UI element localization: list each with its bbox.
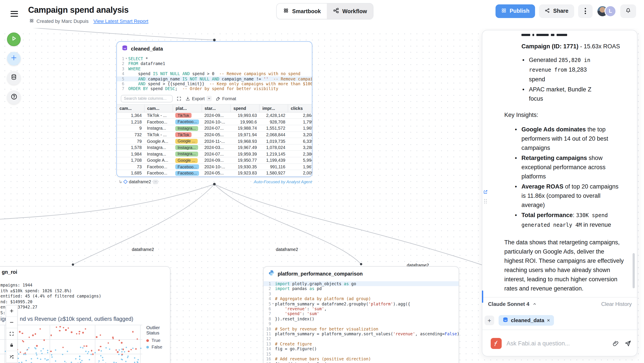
sql-editor[interactable]: 1▾SELECT *2FROM dataframe13WHERE4 spend … — [117, 55, 312, 93]
panel-scrollbar[interactable] — [632, 253, 635, 288]
column-header[interactable]: cam... — [117, 104, 144, 112]
run-workflow-button[interactable] — [7, 33, 21, 46]
message-anchor-icon[interactable] — [483, 188, 488, 196]
table-row[interactable]: 1,364TikTok - ...TikTok2024-09...19,993.… — [117, 112, 312, 119]
stdout-line: nd: $14995.20 — [0, 299, 101, 304]
model-selector[interactable]: Claude Sonnet 4 — [488, 301, 537, 307]
list-item: APAC market, Bundle Z focus — [522, 85, 604, 103]
table-cell: 2024-07... — [202, 151, 231, 157]
share-button[interactable]: Share — [539, 4, 574, 18]
avatar-letter[interactable]: L — [604, 5, 616, 17]
scatter-point — [94, 352, 96, 353]
table-cell: 2024-10-... — [202, 163, 231, 170]
remove-context-icon[interactable]: × — [547, 317, 550, 323]
expand-table-button[interactable] — [176, 96, 182, 101]
table-cell: 732 — [117, 131, 144, 138]
table-cell: Instagra... — [173, 125, 202, 131]
column-header[interactable]: spend — [231, 104, 260, 112]
lock-button[interactable] — [6, 340, 17, 351]
table-row[interactable]: 1,578Instagra...Instagra...2024-03...19,… — [117, 144, 312, 151]
shuffle-layout-button[interactable] — [6, 351, 17, 362]
code-line: 8}).reset_index() — [264, 316, 458, 321]
send-button[interactable] — [624, 340, 632, 347]
publish-button[interactable]: Publish — [496, 4, 535, 18]
drag-handle[interactable] — [484, 199, 488, 204]
table-row[interactable]: 79Google A...Google ...2024-11-...19,968… — [117, 138, 312, 144]
search-table-columns-input[interactable] — [121, 95, 173, 102]
column-header[interactable]: plat... — [173, 104, 202, 112]
clear-history-button[interactable]: Clear History — [601, 301, 632, 307]
fit-view-button[interactable] — [6, 328, 17, 340]
format-button[interactable]: Format — [216, 96, 236, 101]
context-chip-cleaned-data[interactable]: sql cleaned_data × — [498, 315, 554, 325]
collaborator-avatars[interactable]: L — [596, 5, 616, 17]
output-dataframe-chip[interactable]: ↳ dataframe2 — [118, 179, 158, 184]
tab-workflow[interactable]: Workflow — [327, 4, 373, 19]
column-header[interactable]: impr... — [260, 104, 288, 112]
platform-badge: Instagra... — [176, 126, 198, 131]
scatter-point — [80, 347, 81, 348]
scatter-point — [82, 347, 84, 348]
scatter-point — [102, 360, 104, 361]
zoom-out-button[interactable] — [6, 317, 17, 328]
scatter-point — [87, 353, 88, 354]
more-options-button[interactable] — [578, 4, 592, 18]
legend-item[interactable]: False — [146, 344, 170, 349]
scatter-point — [132, 348, 134, 349]
data-sources-button[interactable] — [7, 71, 21, 85]
ask-fabi-input[interactable] — [506, 340, 608, 347]
python-node-icon — [268, 270, 274, 278]
zoom-in-button[interactable] — [6, 305, 17, 317]
table-row[interactable]: 1,984Instagra...Instagra...2024-07...19,… — [117, 151, 312, 157]
table-row[interactable]: 9Instagra...Instagra...2024-07...19,988.… — [117, 125, 312, 131]
canvas-zoom-controls[interactable] — [6, 305, 18, 363]
python-editor[interactable]: 1import plotly.graph_objects as go2impor… — [264, 280, 458, 363]
view-smart-report-link[interactable]: View Latest Smart Report — [93, 19, 148, 24]
legend-item[interactable]: True — [146, 338, 170, 343]
chart-legend[interactable]: Outlier Status TrueFalse — [146, 325, 170, 351]
scatter-point — [46, 359, 47, 360]
menu-button[interactable] — [10, 11, 18, 17]
scatter-point — [134, 362, 135, 363]
add-node-button[interactable] — [7, 52, 21, 66]
node-cleaned-data[interactable]: sql cleaned_data 1▾SELECT *2FROM datafra… — [116, 41, 312, 177]
scatter-point — [41, 353, 42, 354]
tab-smartbook[interactable]: Smartbook — [277, 4, 327, 19]
table-row[interactable]: 1,708Google A...Google ...2024-09...19,9… — [117, 157, 312, 163]
scatter-point — [100, 355, 102, 357]
table-cell: 19,930.35 — [231, 163, 260, 170]
table-row[interactable]: 1,685Faceboo...Faceboo...2024-05...19,92… — [117, 170, 312, 176]
scatter-point — [26, 349, 28, 350]
node-platform-performance-comparison[interactable]: platform_performance_comparison 1import … — [263, 266, 459, 363]
table-row[interactable]: 1,218Faceboo...Faceboo...2024-10-...19,9… — [117, 119, 312, 125]
table-header-row[interactable]: cam...cam...plat...star...spendimpr...cl… — [117, 104, 312, 112]
add-context-button[interactable]: + — [484, 315, 494, 325]
shuffle-icon — [9, 354, 14, 359]
column-header[interactable]: cam... — [144, 104, 173, 112]
dataframe-options-badge[interactable] — [153, 180, 158, 184]
scatter-point — [59, 330, 60, 331]
column-header[interactable]: clicks — [288, 104, 312, 112]
notifications-button[interactable] — [620, 4, 636, 18]
table-cell: 2024-09... — [202, 112, 231, 119]
chat-messages[interactable]: Campaign (ID: 1771) - 15.63x ROAS Genera… — [482, 30, 638, 297]
node-campaign-roi[interactable]: gn_roi mpaigns: 1944ith ≥$10k spend: 102… — [0, 266, 170, 363]
export-button[interactable]: Export — [186, 96, 212, 101]
table-cell: 2024-05... — [202, 131, 231, 138]
attach-file-button[interactable] — [612, 340, 620, 347]
scatter-point — [36, 345, 38, 347]
table-row[interactable]: 73Faceboo...Faceboo...2024-10-...19,930.… — [117, 163, 312, 170]
results-table[interactable]: cam...cam...plat...star...spendimpr...cl… — [117, 104, 312, 177]
table-cell: 19,923.83 — [231, 170, 260, 176]
code-line: 2FROM dataframe1 — [117, 61, 312, 66]
table-cell: Faceboo... — [144, 163, 173, 170]
scatter-point — [128, 356, 129, 357]
scatter-plot[interactable] — [0, 323, 143, 363]
table-row[interactable]: 732TikTok - ...TikTok2024-05...19,971.94… — [117, 131, 312, 138]
help-button[interactable] — [7, 91, 21, 104]
scatter-point — [39, 328, 41, 329]
column-header[interactable]: star... — [202, 104, 231, 112]
export-options-chevron[interactable] — [206, 96, 212, 101]
platform-badge: Faceboo... — [176, 171, 199, 176]
platform-badge: Faceboo... — [176, 164, 199, 169]
